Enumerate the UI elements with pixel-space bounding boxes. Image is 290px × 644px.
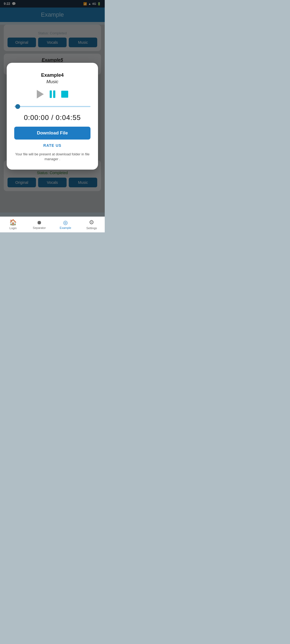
nav-example[interactable]: ◎ Example [52,219,79,229]
nav-separator-label: Separator [33,226,46,229]
play-button[interactable] [37,90,44,98]
progress-track [14,106,90,107]
modal-title: Example4 [14,72,90,78]
time-display: 0:00:00 / 0:04:55 [14,114,90,122]
nav-separator[interactable]: ⏺ Separator [26,219,53,229]
nav-login-label: Login [9,226,17,230]
pause-bar-left [50,90,52,98]
modal-info-text: Your file will be present at download fo… [14,152,90,162]
modal-subtitle: Music [14,79,90,85]
download-button[interactable]: Download File [14,127,90,140]
rate-us-link[interactable]: RATE US [14,143,90,148]
bottom-nav: 🏠 Login ⏺ Separator ◎ Example ⚙ Settings [0,217,105,232]
stop-button[interactable] [61,91,68,98]
player-controls [14,90,90,98]
play-circle-icon: ⏺ [37,219,42,226]
player-modal: Example4 Music 0:00:00 / 0:04:55 Downloa… [7,63,98,170]
pause-bar-right [53,90,55,98]
example-icon: ◎ [63,219,68,226]
settings-icon: ⚙ [89,219,94,226]
home-icon: 🏠 [9,219,17,226]
nav-login[interactable]: 🏠 Login [0,219,26,230]
nav-example-label: Example [60,226,71,229]
progress-container[interactable] [14,104,90,109]
nav-settings-label: Settings [86,226,97,230]
pause-button[interactable] [50,90,55,98]
nav-settings[interactable]: ⚙ Settings [79,219,105,230]
modal-overlay: Example4 Music 0:00:00 / 0:04:55 Downloa… [0,0,105,232]
progress-thumb[interactable] [15,104,20,109]
